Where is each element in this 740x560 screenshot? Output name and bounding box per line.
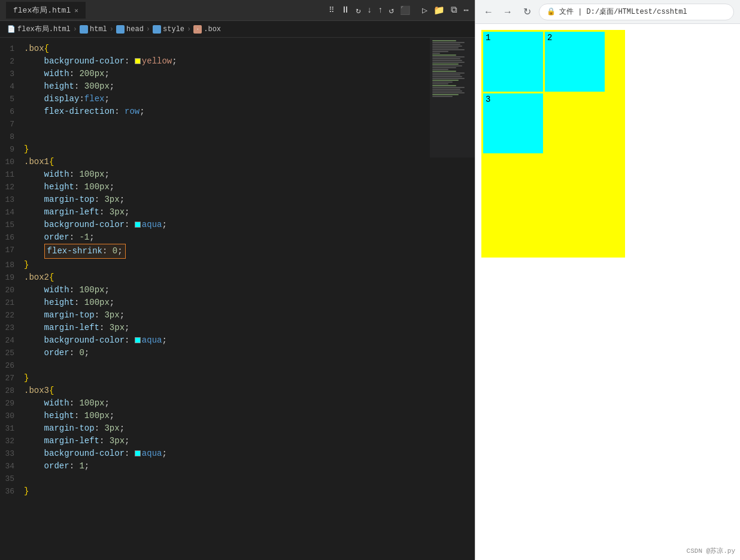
line-content-23[interactable]: margin-left: 3px; [24,322,475,334]
breadcrumb-head[interactable]: head [116,25,144,34]
line-num-35: 35 [0,473,24,485]
code-line-19: 19 .box2{ [0,271,475,284]
step-into-icon[interactable]: ↓ [367,5,372,15]
address-bar[interactable]: 🔒 文件 | D:/桌面/HTMLtest/csshtml [539,4,734,20]
line-num-24: 24 [0,334,24,347]
line-content-29[interactable]: width: 100px; [24,397,475,410]
code-line-34: 34 order: 1; [0,460,475,473]
line-content-10[interactable]: .box1{ [24,156,475,168]
line-content-3[interactable]: width: 200px; [24,68,475,80]
line-content-19[interactable]: .box2{ [24,271,475,284]
line-num-21: 21 [0,296,24,309]
line-num-25: 25 [0,347,24,359]
line-content-33[interactable]: background-color: aqua; [24,447,475,460]
line-content-16[interactable]: order: -1; [24,231,475,244]
line-content-34[interactable]: order: 1; [24,460,475,473]
breadcrumb-style[interactable]: style [153,25,184,34]
line-num-5: 5 [0,93,24,105]
line-content-18[interactable]: } [24,259,475,271]
code-line-28: 28 .box3{ [0,385,475,397]
breadcrumb-sep-4: › [187,25,191,34]
breadcrumb-box[interactable]: · .box [193,25,221,34]
line-content-21[interactable]: height: 100px; [24,296,475,309]
line-content-5[interactable]: display:flex; [24,93,475,105]
code-line-29: 29 width: 100px; [0,397,475,410]
line-content-27[interactable]: } [24,372,475,385]
code-line-18: 18 } [0,259,475,271]
line-content-24[interactable]: background-color: aqua; [24,334,475,347]
line-content-17[interactable]: flex-shrink: 0; [24,244,475,259]
line-content-6[interactable]: flex-direction: row; [24,105,475,118]
line-num-9: 9 [0,143,24,156]
file-icon: 📄 [7,25,16,33]
breadcrumb-head-label: head [126,25,144,34]
line-content-4[interactable]: height: 300px; [24,80,475,93]
color-swatch-aqua-2 [135,337,141,343]
line-content-2[interactable]: background-color: yellow; [24,55,475,68]
code-line-26: 26 [0,359,475,372]
split-icon[interactable]: ⧉ [451,5,457,16]
line-content-15[interactable]: background-color: aqua; [24,219,475,231]
back-button[interactable]: ← [481,5,496,19]
line-content-13[interactable]: margin-top: 3px; [24,193,475,206]
box-selector-icon: · [193,25,202,34]
line-num-14: 14 [0,206,24,219]
toolbar-icons: ⠿ ⏸ ↻ ↓ ↑ ↺ ⬛ ▷ 📁 ⧉ ⋯ [329,5,469,16]
code-line-30: 30 height: 100px; [0,410,475,422]
line-content-1[interactable]: .box{ [24,43,475,55]
color-swatch-aqua-1 [135,222,141,228]
code-line-21: 21 height: 100px; [0,296,475,309]
line-content-28[interactable]: .box3{ [24,385,475,397]
line-content-25[interactable]: order: 0; [24,347,475,359]
line-content-11[interactable]: width: 100px; [24,168,475,181]
code-line-13: 13 margin-top: 3px; [0,193,475,206]
grid-icon[interactable]: ⠿ [329,5,335,15]
line-num-22: 22 [0,309,24,322]
line-content-30[interactable]: height: 100px; [24,410,475,422]
line-content-20[interactable]: width: 100px; [24,284,475,296]
line-content-22[interactable]: margin-top: 3px; [24,309,475,322]
browser-toolbar: ← → ↻ 🔒 文件 | D:/桌面/HTMLtest/csshtml [475,0,740,24]
code-line-11: 11 width: 100px; [0,168,475,181]
line-num-7: 7 [0,118,24,131]
redo-icon[interactable]: ↻ [356,5,360,16]
line-content-32[interactable]: margin-left: 3px; [24,435,475,447]
code-area[interactable]: 1 .box{ 2 background-color: yellow; 3 wi… [0,38,475,560]
breadcrumb-file[interactable]: 📄 flex布局.html [7,24,71,34]
step-out-icon[interactable]: ↑ [378,5,383,15]
stop-icon[interactable]: ⬛ [400,5,410,16]
code-line-27: 27 } [0,372,475,385]
code-line-25: 25 order: 0; [0,347,475,359]
title-bar: flex布局.html ✕ ⠿ ⏸ ↻ ↓ ↑ ↺ ⬛ ▷ 📁 ⧉ ⋯ [0,0,475,21]
line-content-12[interactable]: height: 100px; [24,181,475,193]
run-icon[interactable]: ▷ [422,5,427,16]
line-num-3: 3 [0,68,24,80]
line-num-2: 2 [0,55,24,68]
code-line-9: 9 } [0,143,475,156]
line-content-36[interactable]: } [24,485,475,498]
line-num-12: 12 [0,181,24,193]
refresh-button[interactable]: ↻ [520,5,534,19]
line-content-9[interactable]: } [24,143,475,156]
restart-icon[interactable]: ↺ [389,5,394,16]
line-content-14[interactable]: margin-left: 3px; [24,206,475,219]
html-tag-icon [80,25,88,34]
style-tag-icon [153,25,161,34]
code-line-23: 23 margin-left: 3px; [0,322,475,334]
pause-icon[interactable]: ⏸ [341,5,350,16]
editor-tab[interactable]: flex布局.html ✕ [6,2,86,19]
line-num-33: 33 [0,447,24,460]
line-content-35 [24,473,475,485]
line-num-20: 20 [0,284,24,296]
breadcrumb-html[interactable]: html [80,25,107,34]
code-line-12: 12 height: 100px; [0,181,475,193]
line-content-26 [24,359,475,372]
more-icon[interactable]: ⋯ [463,5,469,16]
tab-close-icon[interactable]: ✕ [74,7,78,14]
line-num-31: 31 [0,422,24,435]
line-content-31[interactable]: margin-top: 3px; [24,422,475,435]
code-line-7: 7 [0,118,475,131]
forward-button[interactable]: → [501,5,515,19]
line-num-6: 6 [0,105,24,118]
explorer-icon[interactable]: 📁 [433,5,445,16]
